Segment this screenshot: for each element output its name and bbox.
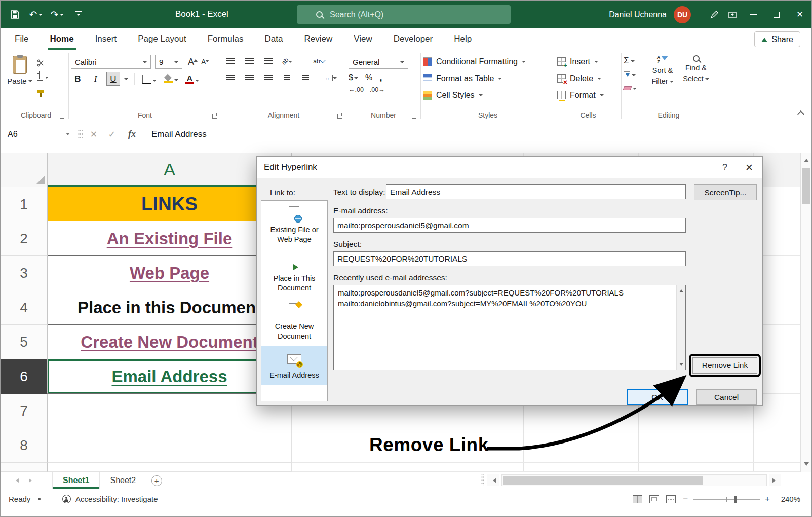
scroll-down-button[interactable] <box>677 361 685 370</box>
user-name[interactable]: Daniel Uchenna <box>609 10 667 19</box>
ok-button[interactable]: OK <box>627 389 688 405</box>
dialog-title-bar[interactable]: Edit Hyperlink ? ✕ <box>257 157 762 178</box>
formula-bar-resize-handle[interactable] <box>78 129 83 139</box>
tab-page-layout[interactable]: Page Layout <box>136 28 188 50</box>
maximize-button[interactable] <box>765 1 788 28</box>
prev-sheet-button[interactable] <box>8 472 24 489</box>
cell-a5[interactable]: Create New Document <box>48 325 292 359</box>
increase-indent-button[interactable] <box>298 71 313 84</box>
zoom-slider-thumb[interactable] <box>734 496 737 503</box>
fill-button[interactable] <box>624 69 646 80</box>
page-layout-view-button[interactable] <box>649 495 659 503</box>
minimize-button[interactable] <box>742 1 765 28</box>
clear-button[interactable] <box>624 83 646 93</box>
enter-entry-button[interactable]: ✓ <box>103 122 121 146</box>
row-header-8[interactable]: 8 <box>1 428 48 463</box>
splitter-handle[interactable] <box>481 474 485 486</box>
listbox-scrollbar[interactable] <box>676 285 685 370</box>
macro-record-icon[interactable] <box>36 496 44 502</box>
borders-button[interactable] <box>141 73 158 85</box>
column-header-a[interactable]: A <box>48 153 292 187</box>
font-name-combo[interactable]: Calibri <box>71 55 151 69</box>
recent-addresses-listbox[interactable]: mailto:prosperousdaniel5@gmail.com?subje… <box>333 285 686 370</box>
orientation-button[interactable]: ab <box>280 55 294 68</box>
cancel-entry-button[interactable]: ✕ <box>85 122 103 146</box>
cell-a1[interactable]: LINKS <box>48 187 292 221</box>
redo-button[interactable]: ↷ <box>48 5 66 25</box>
align-left-button[interactable] <box>223 71 238 84</box>
sort-filter-button[interactable]: AZ Sort & Filter <box>646 52 679 108</box>
text-to-display-input[interactable] <box>386 184 686 199</box>
zoom-percentage[interactable]: 240% <box>777 495 800 503</box>
percent-button[interactable]: % <box>365 73 372 82</box>
italic-button[interactable]: I <box>89 72 102 86</box>
zoom-in-button[interactable]: + <box>765 494 770 504</box>
align-bottom-button[interactable] <box>261 55 276 68</box>
align-middle-button[interactable] <box>242 55 257 68</box>
bold-button[interactable]: B <box>71 72 85 86</box>
tab-data[interactable]: Data <box>263 28 285 50</box>
cell-a2[interactable]: An Existing File <box>48 221 292 256</box>
share-button[interactable]: Share <box>754 31 800 47</box>
name-box[interactable]: A6 <box>1 122 75 146</box>
accessibility-status[interactable]: Accessibility: Investigate <box>62 495 158 503</box>
align-right-button[interactable] <box>261 71 276 84</box>
increase-font-button[interactable]: A <box>186 56 196 68</box>
row-header-2[interactable]: 2 <box>1 221 48 256</box>
row-header-4[interactable]: 4 <box>1 290 48 325</box>
avatar[interactable]: DU <box>674 6 691 23</box>
insert-function-button[interactable]: fx <box>121 122 143 146</box>
format-as-table-button[interactable]: Format as Table <box>423 70 553 86</box>
increase-decimal-button[interactable]: ←.00 <box>349 86 364 93</box>
paste-button[interactable]: Paste <box>6 52 34 108</box>
customize-quick-access-button[interactable] <box>69 5 88 25</box>
close-button[interactable]: ✕ <box>788 1 811 28</box>
font-color-button[interactable]: A <box>184 73 201 85</box>
autosum-button[interactable]: Σ <box>624 56 646 66</box>
vertical-scrollbar[interactable] <box>800 153 811 472</box>
cells-right-of-a8[interactable] <box>292 428 801 463</box>
undo-button[interactable]: ↶ <box>27 5 45 25</box>
zoom-slider[interactable] <box>693 499 760 500</box>
number-format-combo[interactable]: General <box>349 55 408 69</box>
tab-review[interactable]: Review <box>302 28 334 50</box>
find-select-button[interactable]: Find & Select <box>679 52 713 108</box>
cut-button[interactable] <box>37 58 49 68</box>
merge-center-button[interactable]: ↔ <box>322 71 337 84</box>
collapse-ribbon-button[interactable] <box>797 110 804 118</box>
conditional-formatting-button[interactable]: Conditional Formatting <box>423 54 553 69</box>
decrease-font-button[interactable]: A <box>200 57 207 67</box>
recent-address-item[interactable]: mailto:prosperousdaniel5@gmail.com?subje… <box>338 287 673 298</box>
page-break-view-button[interactable] <box>666 495 676 503</box>
sidebar-item-create-new-document[interactable]: Create New Document <box>261 298 327 346</box>
font-dialog-launcher[interactable] <box>212 113 218 119</box>
formula-bar-value[interactable]: Email Address <box>143 122 207 146</box>
tab-view[interactable]: View <box>352 28 374 50</box>
tab-developer[interactable]: Developer <box>392 28 435 50</box>
underline-button[interactable]: U <box>106 72 120 86</box>
next-sheet-button[interactable] <box>24 472 40 489</box>
row-header-1[interactable]: 1 <box>1 187 48 221</box>
save-button[interactable] <box>6 5 24 25</box>
number-dialog-launcher[interactable] <box>412 113 417 119</box>
font-size-combo[interactable]: 9 <box>155 55 182 69</box>
row-header-9-partial[interactable] <box>1 463 48 472</box>
cell-a6[interactable]: Email Address <box>48 359 292 394</box>
scroll-left-button[interactable] <box>487 474 499 486</box>
format-painter-button[interactable] <box>37 86 49 96</box>
email-address-input[interactable] <box>333 218 686 233</box>
screentip-button[interactable]: ScreenTip... <box>694 184 757 200</box>
pen-mode-button[interactable] <box>705 5 723 25</box>
sheet-tab-sheet2[interactable]: Sheet2 <box>100 472 146 489</box>
scroll-down-button[interactable] <box>801 459 811 472</box>
decrease-decimal-button[interactable]: .00→ <box>370 86 385 93</box>
align-center-button[interactable] <box>242 71 257 84</box>
cell-a3[interactable]: Web Page <box>48 256 292 290</box>
dialog-help-button[interactable]: ? <box>714 162 736 173</box>
wrap-text-button[interactable]: ab <box>312 55 326 68</box>
alignment-dialog-launcher[interactable] <box>337 113 343 119</box>
cell-a4[interactable]: Place in this Document <box>48 290 292 325</box>
horizontal-scroll-thumb[interactable] <box>503 476 703 485</box>
insert-cells-button[interactable]: Insert <box>557 54 619 69</box>
recent-address-item[interactable]: mailto:danielobintus@gmail.com?subject=M… <box>338 298 673 309</box>
